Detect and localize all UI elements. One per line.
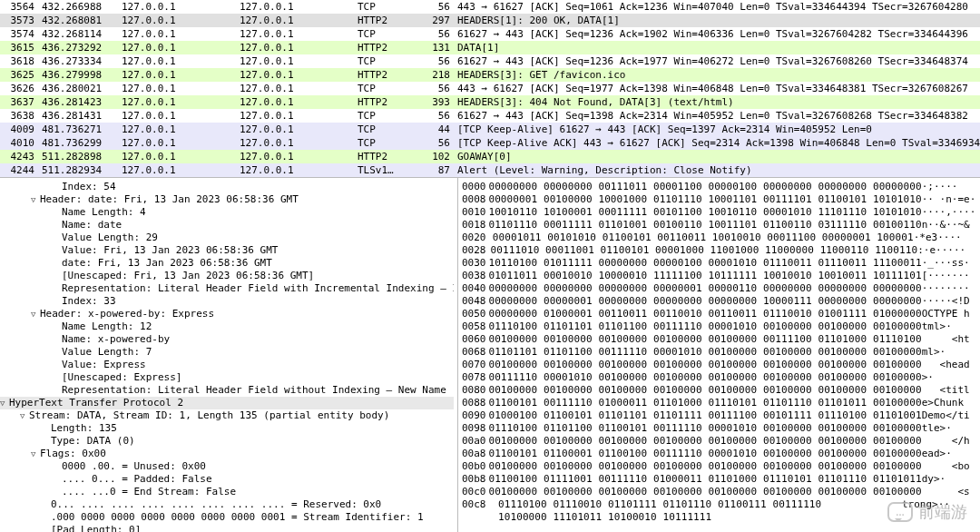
- packet-row[interactable]: 3618436.273334127.0.0.1127.0.0.1TCP56616…: [0, 54, 980, 68]
- detail-line[interactable]: Value: Express: [9, 359, 454, 371]
- packet-list-table[interactable]: 3564432.266988127.0.0.1127.0.0.1TCP56443…: [0, 0, 980, 177]
- hex-row[interactable]: 005000000000 01000001 00110011 00110010 …: [462, 308, 976, 320]
- hex-bits: 00100000 00100000 00100000 00100000 0010…: [488, 460, 921, 473]
- hex-row[interactable]: 005801110100 01101101 01101100 00111110 …: [462, 320, 976, 333]
- hex-bits: 01110100 01101101 01101100 00111110 0000…: [488, 320, 921, 333]
- detail-line[interactable]: Value Length: 7: [9, 346, 454, 359]
- hex-offset: 0058: [462, 320, 488, 333]
- packet-proto: TCP: [354, 0, 416, 14]
- detail-line[interactable]: ▽HyperText Transfer Protocol 2: [0, 397, 454, 409]
- packet-bytes-pane[interactable]: 000000000000 00000000 00111011 00001100 …: [458, 178, 980, 532]
- detail-line[interactable]: ▽Header: x-powered-by: Express: [9, 308, 454, 320]
- hex-row[interactable]: 00b000100000 00100000 00100000 00100000 …: [462, 460, 976, 473]
- packet-src: 127.0.0.1: [118, 14, 236, 27]
- packet-src: 127.0.0.1: [118, 27, 236, 41]
- detail-line[interactable]: 0... .... .... .... .... .... .... .... …: [9, 498, 454, 511]
- detail-line[interactable]: 0000 .00. = Unused: 0x00: [9, 460, 454, 473]
- detail-line[interactable]: .000 0000 0000 0000 0000 0000 0000 0001 …: [9, 511, 454, 524]
- tree-twisty-icon[interactable]: ▽: [0, 397, 9, 409]
- hex-row[interactable]: 006801101101 01101100 00111110 00001010 …: [462, 346, 976, 359]
- hex-row[interactable]: 007000100000 00100000 00100000 00100000 …: [462, 359, 976, 371]
- packet-proto: HTTP2: [354, 68, 416, 82]
- detail-line[interactable]: ▽Header: date: Fri, 13 Jan 2023 06:58:36…: [9, 193, 454, 206]
- detail-line[interactable]: [Pad Length: 0]: [9, 524, 454, 532]
- hex-row[interactable]: 009001000100 01100101 01101101 01101111 …: [462, 409, 976, 422]
- detail-line[interactable]: Index: 33: [9, 295, 454, 308]
- tree-twisty-icon[interactable]: ▽: [31, 193, 40, 206]
- packet-row[interactable]: 3626436.280021127.0.0.1127.0.0.1TCP56443…: [0, 82, 980, 95]
- packet-row[interactable]: 3615436.273292127.0.0.1127.0.0.1HTTP2131…: [0, 41, 980, 54]
- hex-bits: 10110100 01011111 00000000 00000100 0000…: [488, 257, 921, 270]
- packet-time: 481.736271: [38, 123, 118, 136]
- hex-bits: 00000001 00100000 10001000 01101110 1000…: [488, 193, 921, 206]
- detail-line[interactable]: ▽Stream: DATA, Stream ID: 1, Length 135 …: [9, 409, 454, 422]
- detail-line[interactable]: Value: Fri, 13 Jan 2023 06:58:36 GMT: [9, 244, 454, 257]
- hex-row[interactable]: 000800000001 00100000 10001000 01101110 …: [462, 193, 976, 206]
- hex-offset: 00c0: [462, 486, 488, 498]
- packet-row[interactable]: 3564432.266988127.0.0.1127.0.0.1TCP56443…: [0, 0, 980, 14]
- packet-row[interactable]: 3637436.281423127.0.0.1127.0.0.1HTTP2393…: [0, 95, 980, 109]
- tree-twisty-icon[interactable]: ▽: [31, 448, 40, 460]
- hex-row[interactable]: 002000001011 00101010 01100101 00110011 …: [462, 232, 976, 244]
- packet-len: 393: [416, 95, 454, 109]
- detail-line[interactable]: [Unescaped: Express]: [9, 371, 454, 384]
- hex-row[interactable]: 00a000100000 00100000 00100000 00100000 …: [462, 435, 976, 448]
- hex-bits: 00100000 00100000 00100000 00100000 0010…: [488, 435, 921, 448]
- hex-row[interactable]: 004000000000 00000000 00000000 00000001 …: [462, 282, 976, 295]
- hex-row[interactable]: 008801100101 00111110 01000011 01101000 …: [462, 397, 976, 409]
- detail-line[interactable]: Name: x-powered-by: [9, 333, 454, 346]
- hex-row[interactable]: 00a801100101 01100001 01100100 00111110 …: [462, 448, 976, 460]
- hex-row[interactable]: 001801101110 00011111 01101001 00100110 …: [462, 219, 976, 232]
- packet-details-pane[interactable]: Index: 54▽Header: date: Fri, 13 Jan 2023…: [0, 178, 458, 532]
- detail-line[interactable]: Index: 54: [9, 181, 454, 193]
- detail-line[interactable]: date: Fri, 13 Jan 2023 06:58:36 GMT: [9, 257, 454, 270]
- tree-twisty-icon[interactable]: ▽: [20, 409, 29, 422]
- packet-src: 127.0.0.1: [118, 82, 236, 95]
- hex-row[interactable]: 003801011011 00010010 10000010 11111100 …: [462, 270, 976, 282]
- tree-twisty-icon[interactable]: ▽: [31, 308, 40, 320]
- packet-row[interactable]: 4243511.282898127.0.0.1127.0.0.1HTTP2102…: [0, 150, 980, 163]
- hex-row[interactable]: 004800000000 00000001 00000000 00000000 …: [462, 295, 976, 308]
- hex-row[interactable]: 007800111110 00001010 00100000 00100000 …: [462, 371, 976, 384]
- hex-row[interactable]: 008000100000 00100000 00100000 00100000 …: [462, 384, 976, 397]
- packet-src: 127.0.0.1: [118, 68, 236, 82]
- packet-dst: 127.0.0.1: [236, 123, 354, 136]
- packet-info: [TCP Keep-Alive] 61627 → 443 [ACK] Seq=1…: [454, 123, 980, 136]
- hex-row[interactable]: 003010110100 01011111 00000000 00000100 …: [462, 257, 976, 270]
- detail-text: Index: 54: [62, 181, 116, 192]
- hex-row[interactable]: 001010010110 10100001 00011111 00101100 …: [462, 206, 976, 219]
- packet-row[interactable]: 4010481.736299127.0.0.1127.0.0.1TCP56[TC…: [0, 136, 980, 150]
- detail-line[interactable]: [Unescaped: Fri, 13 Jan 2023 06:58:36 GM…: [9, 270, 454, 282]
- detail-line[interactable]: Value Length: 29: [9, 232, 454, 244]
- hex-row[interactable]: 006000100000 00100000 00100000 00100000 …: [462, 333, 976, 346]
- packet-row[interactable]: 3574432.268114127.0.0.1127.0.0.1TCP56616…: [0, 27, 980, 41]
- detail-text: Value: Express: [62, 359, 146, 370]
- detail-line[interactable]: Name Length: 12: [9, 320, 454, 333]
- hex-row[interactable]: 00c000100000 00100000 00100000 00100000 …: [462, 486, 976, 498]
- packet-row[interactable]: 4009481.736271127.0.0.1127.0.0.1TCP44[TC…: [0, 123, 980, 136]
- detail-line[interactable]: Name: date: [9, 219, 454, 232]
- hex-row[interactable]: 002800111010 00011001 01100101 00001000 …: [462, 244, 976, 257]
- detail-line[interactable]: .... ...0 = End Stream: False: [9, 486, 454, 498]
- hex-row[interactable]: 00b801100100 01111001 00111110 01000011 …: [462, 473, 976, 486]
- packet-no: 3625: [0, 68, 38, 82]
- hex-row[interactable]: 000000000000 00000000 00111011 00001100 …: [462, 181, 976, 193]
- packet-time: 481.736299: [38, 136, 118, 150]
- hex-row[interactable]: 009801110100 01101100 01100101 00111110 …: [462, 422, 976, 435]
- hex-bits: 00000000 00000000 00000000 00000001 0000…: [488, 282, 921, 295]
- detail-line[interactable]: Representation: Literal Header Field wit…: [9, 384, 454, 397]
- packet-row[interactable]: 3625436.279998127.0.0.1127.0.0.1HTTP2218…: [0, 68, 980, 82]
- detail-line[interactable]: Name Length: 4: [9, 206, 454, 219]
- detail-line[interactable]: Length: 135: [9, 422, 454, 435]
- packet-proto: TLSv1…: [354, 163, 416, 177]
- hex-bits: 00000000 01000001 00110011 00110010 0011…: [488, 308, 921, 320]
- hex-offset: 00b0: [462, 460, 488, 473]
- detail-line[interactable]: Type: DATA (0): [9, 435, 454, 448]
- packet-row[interactable]: 4244511.282934127.0.0.1127.0.0.1TLSv1…87…: [0, 163, 980, 177]
- hex-ascii: </h: [922, 435, 976, 448]
- detail-line[interactable]: Representation: Literal Header Field wit…: [9, 282, 454, 295]
- packet-row[interactable]: 3638436.281431127.0.0.1127.0.0.1TCP56616…: [0, 109, 980, 123]
- detail-line[interactable]: .... 0... = Padded: False: [9, 473, 454, 486]
- detail-line[interactable]: ▽Flags: 0x00: [9, 448, 454, 460]
- packet-row[interactable]: 3573432.268081127.0.0.1127.0.0.1HTTP2297…: [0, 14, 980, 27]
